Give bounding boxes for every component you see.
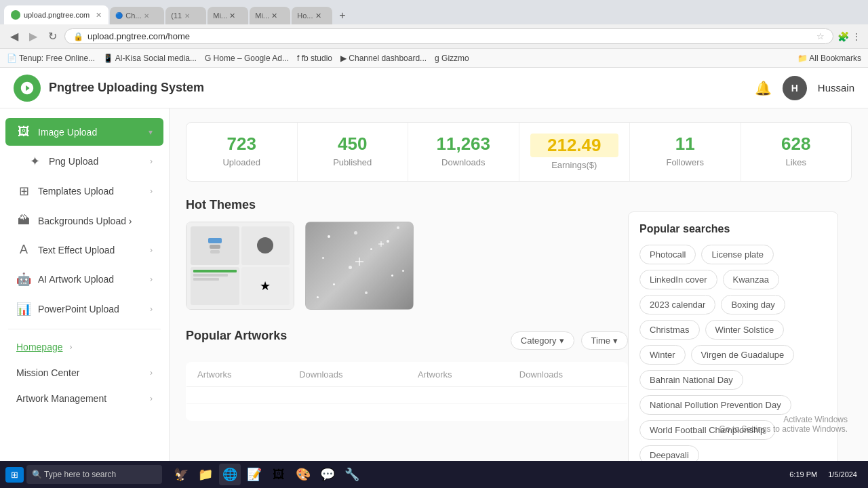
taskbar-app-1[interactable]: 🦅 xyxy=(170,464,192,485)
stat-earnings: 212.49 Earnings($) xyxy=(519,123,631,181)
search-tag-photocall[interactable]: Photocall xyxy=(639,245,696,264)
stat-likes: 628 Likes xyxy=(741,123,852,181)
search-tag-winter-solstice[interactable]: Winter Solstice xyxy=(705,320,785,340)
bookmark-fb-studio[interactable]: f fb studio xyxy=(297,54,332,63)
taskbar-app-2[interactable]: 📁 xyxy=(195,464,216,485)
search-tag-christmas[interactable]: Christmas xyxy=(639,320,700,340)
chevron-right-icon: › xyxy=(150,157,153,166)
sidebar-item-powerpoint-upload[interactable]: 📊 PowerPoint Upload › xyxy=(5,295,163,323)
theme-card-2[interactable] xyxy=(305,222,414,310)
col-downloads-2: Downloads xyxy=(509,363,628,387)
col-artworks-1: Artworks xyxy=(186,363,289,387)
chevron-down-icon: ▾ xyxy=(559,336,564,346)
search-tag-kwanzaa[interactable]: Kwanzaa xyxy=(723,270,779,289)
sidebar-item-png-upload[interactable]: ✦ Png Upload › xyxy=(16,147,163,176)
sidebar-item-text-effect-upload[interactable]: A Text Effect Upload › xyxy=(5,236,163,264)
bookmark-google-ads[interactable]: G Home – Google Ad... xyxy=(205,54,289,63)
time-filter-button[interactable]: Time ▾ xyxy=(581,331,628,350)
popular-searches-panel: Popular searches Photocall License plate… xyxy=(628,198,852,488)
bookmark-alkisa[interactable]: 📱 Al-Kisa Social media... xyxy=(103,54,197,63)
search-tag-boxing-day[interactable]: Boxing day xyxy=(721,295,785,314)
chevron-down-icon: ▾ xyxy=(613,336,618,346)
taskbar-app-3[interactable]: 🌐 xyxy=(219,464,241,485)
new-tab-button[interactable]: + xyxy=(334,7,351,24)
chevron-right-icon: › xyxy=(150,394,153,403)
png-upload-icon: ✦ xyxy=(27,154,42,169)
reload-button[interactable]: ↻ xyxy=(45,28,60,44)
tab-close[interactable]: ✕ xyxy=(96,11,102,20)
stat-followers: 11 Followers xyxy=(630,123,741,181)
ai-artwork-icon: 🤖 xyxy=(16,272,31,287)
notification-bell[interactable]: 🔔 xyxy=(755,80,772,96)
col-downloads-1: Downloads xyxy=(288,363,407,387)
search-tag-world-football[interactable]: World Football Championship xyxy=(639,420,775,440)
taskbar-app-6[interactable]: 🎨 xyxy=(292,464,314,485)
stats-bar: 723 Uploaded 450 Published 11,263 Downlo… xyxy=(186,122,852,182)
app-title: Pngtree Uploading System xyxy=(49,81,755,95)
sidebar-item-ai-artwork-upload[interactable]: 🤖 AI Artwork Upload › xyxy=(5,265,163,293)
start-button[interactable]: ⊞ xyxy=(5,467,24,483)
search-tag-license-plate[interactable]: License plate xyxy=(701,245,774,264)
popular-artworks-header: Popular Artworks Category ▾ Time ▾ xyxy=(186,329,628,352)
forward-button[interactable]: ▶ xyxy=(26,28,41,44)
taskbar-app-5[interactable]: 🖼 xyxy=(268,464,290,485)
address-bar[interactable]: upload.pngtree.com/home xyxy=(87,31,812,41)
user-avatar: H xyxy=(783,76,807,100)
chevron-down-icon: ▾ xyxy=(149,127,153,137)
hot-themes-grid: ★ xyxy=(186,222,628,310)
stat-uploaded: 723 Uploaded xyxy=(186,123,298,181)
search-tag-virgen-de-guadalupe[interactable]: Virgen de Guadalupe xyxy=(691,345,795,365)
lock-icon: 🔒 xyxy=(73,32,83,41)
sidebar-item-templates-upload[interactable]: ⊞ Templates Upload › xyxy=(5,177,163,205)
stat-downloads: 11,263 Downloads xyxy=(408,123,519,181)
table-row xyxy=(186,387,628,404)
bookmark-channel[interactable]: ▶ Channel dashboard... xyxy=(340,54,427,63)
backgrounds-upload-icon: 🏔 xyxy=(16,214,31,228)
search-tag-linkedin-cover[interactable]: LinkedIn cover xyxy=(639,270,717,289)
hot-themes-title: Hot Themes xyxy=(186,198,628,212)
chevron-right-icon: › xyxy=(150,245,153,255)
app-logo xyxy=(14,75,41,102)
search-tag-2023-calendar[interactable]: 2023 calendar xyxy=(639,295,715,314)
all-bookmarks[interactable]: 📁 All Bookmarks xyxy=(797,54,861,63)
taskbar-app-4[interactable]: 📝 xyxy=(243,464,265,485)
theme-card-1[interactable]: ★ xyxy=(186,222,294,310)
sidebar-link-artwork-management[interactable]: Artwork Management › xyxy=(5,386,163,411)
chevron-right-icon: › xyxy=(150,186,153,196)
table-row xyxy=(186,404,628,421)
bookmark-tenup[interactable]: 📄 Tenup: Free Online... xyxy=(7,54,95,63)
powerpoint-icon: 📊 xyxy=(16,302,31,317)
user-name: Hussain xyxy=(818,82,854,94)
taskbar-time: 6:19 PM xyxy=(789,470,817,479)
search-tags-container: Photocall License plate LinkedIn cover K… xyxy=(639,245,827,465)
popular-searches-title: Popular searches xyxy=(639,223,827,235)
sidebar-item-backgrounds-upload[interactable]: 🏔 Backgrounds Upload › xyxy=(5,207,163,235)
templates-upload-icon: ⊞ xyxy=(16,184,31,199)
chevron-right-icon: › xyxy=(150,368,153,378)
settings-button[interactable]: ⋮ xyxy=(852,31,861,42)
sidebar-link-mission-center[interactable]: Mission Center › xyxy=(5,361,163,385)
image-upload-icon: 🖼 xyxy=(16,125,31,139)
category-filter-button[interactable]: Category ▾ xyxy=(511,331,574,350)
taskbar-app-7[interactable]: 💬 xyxy=(317,464,338,485)
bookmark-gizzmo[interactable]: g Gizzmo xyxy=(435,54,469,63)
stat-published: 450 Published xyxy=(298,123,409,181)
back-button[interactable]: ◀ xyxy=(7,28,22,44)
artworks-table: Artworks Downloads Artworks Downloads xyxy=(186,362,628,421)
chevron-right-icon: › xyxy=(70,342,73,352)
search-tag-national-pollution[interactable]: National Pollution Prevention Day xyxy=(639,395,791,415)
star-icon[interactable]: ☆ xyxy=(816,31,825,41)
taskbar-app-8[interactable]: 🔧 xyxy=(341,464,363,485)
search-tag-winter[interactable]: Winter xyxy=(639,345,686,365)
text-effect-icon: A xyxy=(16,243,31,257)
extensions-button[interactable]: 🧩 xyxy=(837,31,849,42)
col-artworks-2: Artworks xyxy=(407,363,509,387)
taskbar-date: 1/5/2024 xyxy=(828,470,857,479)
sidebar-item-image-upload[interactable]: 🖼 Image Upload ▾ xyxy=(5,118,163,146)
search-tag-bahrain-national-day[interactable]: Bahrain National Day xyxy=(639,370,743,390)
chevron-right-icon: › xyxy=(150,304,153,314)
sidebar-link-homepage[interactable]: Homepage › xyxy=(5,335,163,359)
taskbar-search[interactable]: 🔍 Type here to search xyxy=(26,465,162,484)
popular-artworks-title: Popular Artworks xyxy=(186,329,287,343)
chevron-right-icon: › xyxy=(150,274,153,284)
